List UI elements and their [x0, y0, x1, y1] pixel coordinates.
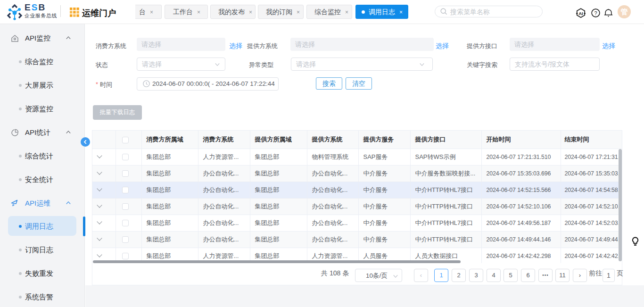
svg-text:AI: AI — [578, 11, 583, 16]
svg-text:?: ? — [594, 10, 597, 16]
